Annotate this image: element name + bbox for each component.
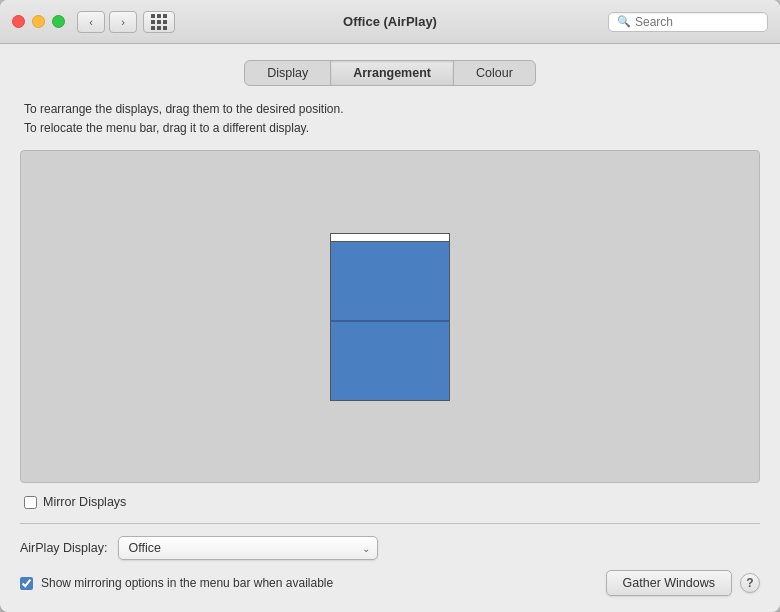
mirror-displays-label: Mirror Displays xyxy=(43,495,126,509)
show-mirroring-row: Show mirroring options in the menu bar w… xyxy=(20,570,760,596)
main-content: Display Arrangement Colour To rearrange … xyxy=(0,44,780,612)
description-text: To rearrange the displays, drag them to … xyxy=(20,100,760,138)
traffic-lights xyxy=(12,15,65,28)
bottom-section: AirPlay Display: Off Office ⌄ Show mirro… xyxy=(20,523,760,596)
tab-bar: Display Arrangement Colour xyxy=(20,60,760,86)
display-block-upper[interactable] xyxy=(330,241,450,321)
airplay-select-wrap: Off Office ⌄ xyxy=(118,536,378,560)
help-button[interactable]: ? xyxy=(740,573,760,593)
gather-windows-button[interactable]: Gather Windows xyxy=(606,570,732,596)
description-line2: To relocate the menu bar, drag it to a d… xyxy=(24,119,760,138)
airplay-display-label: AirPlay Display: xyxy=(20,541,108,555)
display-canvas xyxy=(20,150,760,483)
show-mirroring-label: Show mirroring options in the menu bar w… xyxy=(41,576,598,590)
tab-group: Display Arrangement Colour xyxy=(244,60,536,86)
back-button[interactable]: ‹ xyxy=(77,11,105,33)
airplay-display-select[interactable]: Off Office xyxy=(118,536,378,560)
search-box[interactable]: 🔍 xyxy=(608,12,768,32)
tab-colour[interactable]: Colour xyxy=(454,61,535,85)
minimize-button[interactable] xyxy=(32,15,45,28)
titlebar: ‹ › Office (AirPlay) 🔍 xyxy=(0,0,780,44)
display-block-lower[interactable] xyxy=(330,321,450,401)
search-icon: 🔍 xyxy=(617,15,631,28)
main-window: ‹ › Office (AirPlay) 🔍 Display Arrangeme… xyxy=(0,0,780,612)
tab-display[interactable]: Display xyxy=(245,61,331,85)
description-line1: To rearrange the displays, drag them to … xyxy=(24,100,760,119)
nav-buttons: ‹ › xyxy=(77,11,137,33)
close-button[interactable] xyxy=(12,15,25,28)
show-mirroring-checkbox[interactable] xyxy=(20,577,33,590)
display-diagram xyxy=(330,233,450,401)
mirror-displays-row: Mirror Displays xyxy=(20,495,760,509)
forward-button[interactable]: › xyxy=(109,11,137,33)
apps-grid-icon xyxy=(151,14,167,30)
search-input[interactable] xyxy=(635,15,759,29)
tab-arrangement[interactable]: Arrangement xyxy=(331,61,454,85)
maximize-button[interactable] xyxy=(52,15,65,28)
display-top-bar xyxy=(330,233,450,241)
apps-grid-button[interactable] xyxy=(143,11,175,33)
airplay-display-row: AirPlay Display: Off Office ⌄ xyxy=(20,536,760,560)
window-title: Office (AirPlay) xyxy=(343,14,437,29)
mirror-displays-checkbox[interactable] xyxy=(24,496,37,509)
